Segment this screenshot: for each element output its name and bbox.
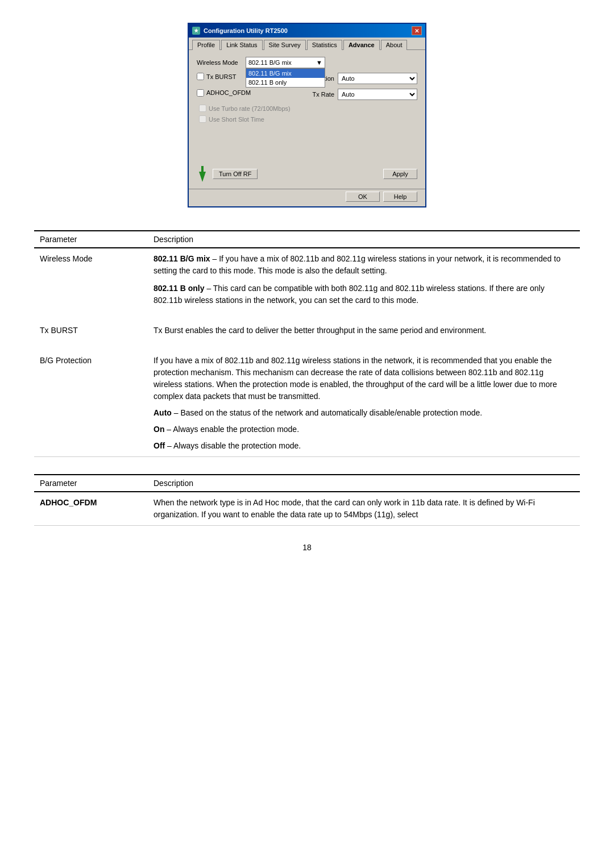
svg-marker-1 [199,172,206,182]
bg-protection-select[interactable]: Auto On Off [338,73,417,84]
doc-section-1: Parameter Description Wireless Mode 802.… [34,230,580,457]
titlebar-left: ★ Configuration Utility RT2500 [192,27,288,35]
dropdown-item-bgmix[interactable]: 802.11 B/G mix [246,69,325,78]
dialog-tabs: Profile Link Status Site Survey Statisti… [189,38,425,50]
dialog-titlebar: ★ Configuration Utility RT2500 ✕ [189,24,425,38]
table-row-tx-burst: Tx BURST Tx Burst enables the card to de… [34,311,580,341]
adhoc-txrate-row: ADHOC_OFDM Tx Rate Auto [197,89,417,100]
col-header-parameter-1: Parameter [34,231,148,248]
desc-bg-off: Off – Always disable the protection mode… [154,440,574,452]
tab-about[interactable]: About [381,40,408,50]
ok-button[interactable]: OK [346,192,380,202]
doc-section-2: Parameter Description ADHOC_OFDM When th… [34,474,580,526]
tx-burst-label: Tx BURST [206,73,237,80]
desc-bg-auto: Auto – Based on the status of the networ… [154,407,574,419]
label-bgmix: 802.11 B/G mix [154,254,210,263]
tx-rate-select[interactable]: Auto [338,89,417,100]
desc-tx-burst: Tx Burst enables the card to deliver the… [148,311,580,341]
rf-apply-row: Turn Off RF Apply [197,166,417,182]
dialog-title: Configuration Utility RT2500 [204,27,288,34]
wireless-mode-dropdown[interactable]: 802.11 B/G mix ▼ 802.11 B/G mix 802.11 B… [246,57,325,68]
doc-table-2-header: Parameter Description [34,475,580,492]
param-adhoc-ofdm: ADHOC_OFDM [34,492,148,526]
col-header-description-1: Description [148,231,580,248]
doc-table-2: Parameter Description ADHOC_OFDM When th… [34,474,580,526]
tx-rate-section: Tx Rate Auto [312,89,417,100]
dropdown-arrow-icon: ▼ [316,59,322,66]
param-bg-protection: B/G Protection [34,341,148,457]
desc-bg-protection: If you have a mix of 802.11b and 802.11g… [148,341,580,457]
wireless-mode-label: Wireless Mode [197,59,242,66]
table-row-wireless-mode: Wireless Mode 802.11 B/G mix – If you ha… [34,248,580,311]
dialog-wrapper: ★ Configuration Utility RT2500 ✕ Profile… [34,23,580,207]
turn-off-rf-section: Turn Off RF [197,166,258,182]
param-wireless-mode: Wireless Mode [34,248,148,311]
doc-table-1: Parameter Description Wireless Mode 802.… [34,230,580,457]
doc-table-1-header: Parameter Description [34,231,580,248]
turbo-rate-label: Use Turbo rate (72/100Mbps) [209,105,291,112]
desc-bg-protection-main: If you have a mix of 802.11b and 802.11g… [154,355,574,402]
adhoc-ofdm-label: ADHOC_OFDM [206,89,251,96]
short-slot-label: Use Short Slot Time [209,116,264,123]
desc-adhoc-ofdm: When the network type is in Ad Hoc mode,… [148,492,580,526]
tab-advance[interactable]: Advance [343,40,380,50]
short-slot-row: Use Short Slot Time [197,115,417,123]
turn-off-rf-button[interactable]: Turn Off RF [213,169,258,179]
wireless-mode-row: Wireless Mode 802.11 B/G mix ▼ 802.11 B/… [197,57,417,68]
tab-site-survey[interactable]: Site Survey [264,40,306,50]
antenna-icon [197,166,208,182]
tx-burst-checkbox[interactable] [197,73,204,80]
wireless-mode-list: 802.11 B/G mix 802.11 B only [246,68,325,88]
short-slot-checkbox[interactable] [199,115,206,123]
table-row-adhoc-ofdm: ADHOC_OFDM When the network type is in A… [34,492,580,526]
col-header-parameter-2: Parameter [34,475,148,492]
config-dialog: ★ Configuration Utility RT2500 ✕ Profile… [188,23,426,207]
param-tx-burst: Tx BURST [34,311,148,341]
desc-tx-burst-text: Tx Burst enables the card to deliver the… [154,325,574,337]
adhoc-ofdm-checkbox[interactable] [197,89,204,97]
dialog-actions: OK Help [189,189,425,206]
page-number: 18 [34,543,580,552]
tx-burst-checkbox-row: Tx BURST [197,73,237,80]
desc-adhoc-ofdm-text: When the network type is in Ad Hoc mode,… [154,497,574,521]
table-row-bg-protection: B/G Protection If you have a mix of 802.… [34,341,580,457]
wireless-mode-field[interactable]: 802.11 B/G mix ▼ [246,57,325,68]
close-button[interactable]: ✕ [412,26,422,35]
label-auto: Auto [154,408,172,417]
help-button[interactable]: Help [383,192,417,202]
label-bonly: 802.11 B only [154,284,205,293]
col-header-description-2: Description [148,475,580,492]
dropdown-item-bonly[interactable]: 802.11 B only [246,78,325,87]
turbo-rate-row: Use Turbo rate (72/100Mbps) [197,105,417,112]
dialog-spacer [197,126,417,160]
tx-rate-label: Tx Rate [312,91,334,98]
desc-bg-on: On – Always enable the protection mode. [154,423,574,435]
label-off: Off [154,441,165,450]
tab-link-status[interactable]: Link Status [221,40,262,50]
desc-wireless-bonly: 802.11 B only – This card can be compati… [154,283,574,306]
turbo-rate-checkbox[interactable] [199,105,206,112]
desc-wireless-bgmix: 802.11 B/G mix – If you have a mix of 80… [154,253,574,277]
tab-statistics[interactable]: Statistics [307,40,342,50]
tab-profile[interactable]: Profile [192,40,220,50]
label-on: On [154,425,164,434]
app-icon: ★ [192,27,200,35]
adhoc-checkbox-row: ADHOC_OFDM [197,89,251,97]
apply-button[interactable]: Apply [383,169,417,179]
desc-wireless-mode: 802.11 B/G mix – If you have a mix of 80… [148,248,580,311]
dialog-body: Wireless Mode 802.11 B/G mix ▼ 802.11 B/… [189,50,425,189]
